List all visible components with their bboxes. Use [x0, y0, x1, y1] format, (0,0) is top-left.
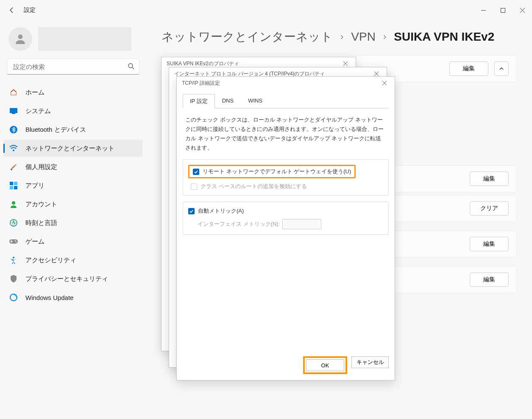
maximize-button[interactable]: [493, 0, 513, 20]
close-icon: [520, 8, 525, 13]
nav-label: ネットワークとインターネット: [25, 144, 114, 153]
minimize-button[interactable]: [474, 0, 493, 20]
nav-time-language[interactable]: 時刻と言語: [3, 214, 143, 231]
nav-network[interactable]: ネットワークとインターネット: [3, 140, 143, 157]
titlebar: 設定: [0, 0, 532, 20]
breadcrumb: ネットワークとインターネット › VPN › SUIKA VPN IKEv2: [162, 29, 517, 45]
highlight-gateway-checkbox: リモート ネットワークでデフォルト ゲートウェイを使う(U): [188, 165, 356, 178]
nav-label: 個人用設定: [25, 163, 57, 171]
nav-accessibility[interactable]: アクセシビリティ: [3, 252, 143, 269]
svg-point-6: [13, 150, 14, 151]
nav-windows-update[interactable]: Windows Update: [3, 289, 143, 306]
edit-button[interactable]: 編集: [470, 172, 509, 186]
nav-label: アカウント: [25, 200, 57, 208]
nav-gaming[interactable]: ゲーム: [3, 233, 143, 250]
svg-point-15: [15, 240, 16, 241]
metric-group: 自動メトリック(A) インターフェイス メトリック(N):: [183, 202, 389, 235]
svg-point-12: [12, 201, 15, 205]
window-controls: [474, 0, 532, 20]
edit-button[interactable]: 編集: [449, 61, 488, 76]
crumb-sep: ›: [383, 31, 386, 42]
nav-label: プライバシーとセキュリティ: [25, 275, 108, 283]
profile-block[interactable]: [3, 25, 143, 58]
svg-rect-3: [10, 108, 17, 113]
svg-point-2: [128, 64, 133, 68]
crumb-current: SUIKA VPN IKEv2: [394, 30, 494, 44]
crumb-vpn[interactable]: VPN: [351, 30, 376, 44]
nav-label: Windows Update: [25, 294, 73, 301]
crumb-network[interactable]: ネットワークとインターネット: [162, 29, 333, 45]
checkbox-icon: [188, 208, 195, 214]
svg-rect-0: [501, 8, 505, 12]
nav-list: ホーム システム Bluetooth とデバイス ネットワークとインターネット …: [3, 84, 143, 306]
svg-rect-4: [12, 113, 15, 114]
shield-icon: [9, 275, 18, 283]
svg-rect-9: [14, 182, 17, 185]
back-button[interactable]: [5, 3, 19, 17]
checkbox-icon: [193, 169, 199, 175]
nav-label: アプリ: [25, 182, 45, 190]
nav-label: 時刻と言語: [25, 219, 57, 227]
expand-toggle[interactable]: [494, 61, 509, 76]
profile-info-redacted: [38, 27, 131, 51]
svg-point-1: [18, 34, 23, 39]
svg-rect-11: [14, 186, 17, 189]
svg-rect-10: [10, 186, 13, 189]
apps-icon: [9, 181, 18, 190]
search-input[interactable]: [7, 58, 139, 75]
gateway-description: このチェック ボックスは、ローカル ネットワークとダイヤルアップ ネットワークに…: [183, 115, 389, 159]
brush-icon: [9, 163, 18, 171]
nav-label: ゲーム: [25, 238, 45, 246]
svg-rect-8: [10, 182, 13, 185]
close-icon: [382, 81, 387, 85]
nav-privacy[interactable]: プライバシーとセキュリティ: [3, 270, 143, 287]
interface-metric-input: [282, 219, 321, 229]
checkbox-auto-metric[interactable]: 自動メトリック(A): [188, 207, 383, 215]
checkbox-disable-class-route: クラス ベースのルートの追加を無効にする: [191, 183, 383, 190]
person-icon: [14, 32, 27, 46]
system-icon: [9, 107, 18, 115]
dialog-footer: OK キャンセル: [177, 350, 395, 380]
nav-accounts[interactable]: アカウント: [3, 196, 143, 213]
tab-dns[interactable]: DNS: [215, 94, 241, 108]
checkbox-default-gateway[interactable]: リモート ネットワークでデフォルト ゲートウェイを使う(U): [193, 168, 351, 175]
nav-home[interactable]: ホーム: [3, 84, 143, 101]
app-title: 設定: [24, 6, 36, 14]
arrow-left-icon: [8, 7, 15, 14]
home-icon: [9, 88, 18, 97]
gamepad-icon: [9, 237, 18, 246]
gateway-group: リモート ネットワークでデフォルト ゲートウェイを使う(U) クラス ベースのル…: [183, 159, 389, 196]
tab-ip-settings[interactable]: IP 設定: [183, 94, 215, 108]
tab-wins[interactable]: WINS: [241, 94, 270, 108]
sidebar: ホーム システム Bluetooth とデバイス ネットワークとインターネット …: [0, 20, 146, 419]
nav-apps[interactable]: アプリ: [3, 177, 143, 194]
edit-button[interactable]: 編集: [470, 237, 509, 251]
dialog1-title: SUIKA VPN IKEv2のプロパティ: [167, 60, 239, 67]
close-button[interactable]: [513, 0, 532, 20]
cancel-button[interactable]: キャンセル: [351, 356, 389, 368]
minimize-icon: [481, 8, 486, 13]
nav-label: アクセシビリティ: [25, 256, 76, 264]
clear-button[interactable]: クリア: [470, 201, 509, 216]
checkbox-label: クラス ベースのルートの追加を無効にする: [201, 183, 307, 190]
ok-button[interactable]: OK: [306, 359, 344, 371]
dialog3-close[interactable]: [379, 78, 390, 88]
checkbox-label: リモート ネットワークでデフォルト ゲートウェイを使う(U): [203, 168, 351, 175]
checkbox-label: 自動メトリック(A): [198, 207, 244, 215]
close-icon: [343, 61, 348, 66]
close-icon: [374, 72, 379, 76]
checkbox-icon: [191, 183, 197, 190]
update-icon: [9, 293, 18, 302]
maximize-icon: [501, 8, 505, 13]
nav-system[interactable]: システム: [3, 103, 143, 119]
highlight-ok-button: OK: [303, 356, 347, 374]
nav-personalization[interactable]: 個人用設定: [3, 158, 143, 175]
edit-button[interactable]: 編集: [470, 272, 509, 287]
svg-point-16: [16, 241, 17, 242]
avatar: [8, 27, 32, 51]
chevron-up-icon: [499, 66, 504, 71]
nav-bluetooth[interactable]: Bluetooth とデバイス: [3, 121, 143, 138]
tab-bar: IP 設定 DNS WINS: [183, 94, 389, 108]
dialog-tcpip-advanced: TCP/IP 詳細設定 IP 設定 DNS WINS このチェック ボックスは、…: [176, 76, 395, 380]
wifi-icon: [9, 144, 18, 153]
